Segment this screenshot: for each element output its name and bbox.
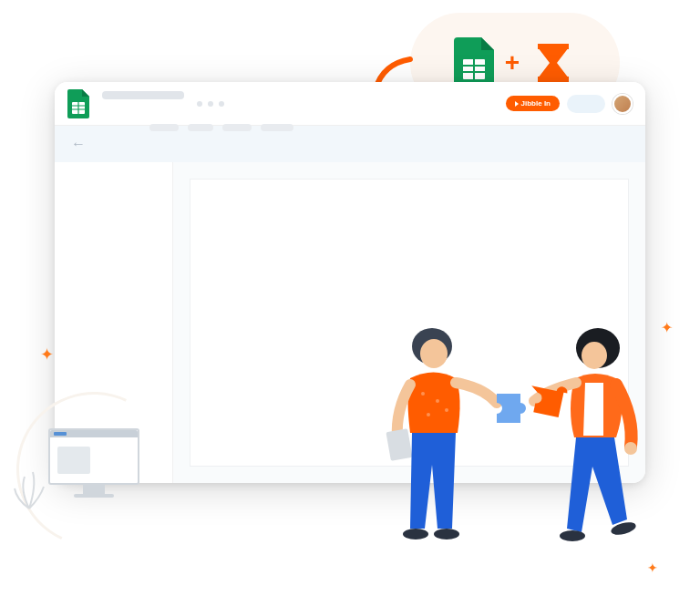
svg-rect-4 (538, 44, 569, 49)
google-sheets-icon (67, 89, 89, 118)
svg-point-11 (420, 339, 448, 368)
jibble-logo-icon (530, 40, 576, 86)
jibble-in-button[interactable]: Jibble In (506, 96, 560, 111)
sparkle-icon: ✦ (40, 344, 54, 365)
svg-rect-16 (386, 428, 412, 461)
dot-icon (219, 101, 224, 107)
svg-point-21 (624, 442, 637, 455)
user-avatar[interactable] (612, 94, 633, 114)
plus-icon: + (505, 48, 520, 77)
title-bar: Jibble In (55, 82, 645, 126)
menu-item-placeholder (261, 124, 293, 131)
svg-point-14 (427, 413, 430, 416)
monitor-badge (16, 392, 171, 547)
toolbar: ← (55, 126, 645, 162)
back-arrow-icon[interactable]: ← (71, 136, 86, 152)
dot-icon (197, 101, 202, 107)
svg-point-20 (582, 342, 607, 369)
svg-point-12 (421, 392, 425, 396)
monitor-icon (48, 428, 139, 497)
document-title-placeholder (102, 91, 184, 99)
google-sheets-icon (454, 37, 494, 88)
svg-point-13 (436, 399, 439, 403)
plant-icon (11, 463, 57, 518)
svg-point-18 (434, 529, 459, 539)
sparkle-icon: ✦ (647, 560, 658, 575)
dot-icon (208, 101, 213, 107)
toolbar-pill (567, 95, 605, 113)
menu-bar (149, 124, 293, 131)
people-illustration (365, 310, 674, 583)
menu-item-placeholder (222, 124, 252, 131)
sparkle-icon: ✦ (661, 319, 673, 336)
svg-point-15 (445, 408, 448, 412)
menu-item-placeholder (188, 124, 213, 131)
svg-point-17 (403, 529, 428, 539)
svg-point-22 (560, 530, 585, 541)
menu-item-placeholder (149, 124, 179, 131)
